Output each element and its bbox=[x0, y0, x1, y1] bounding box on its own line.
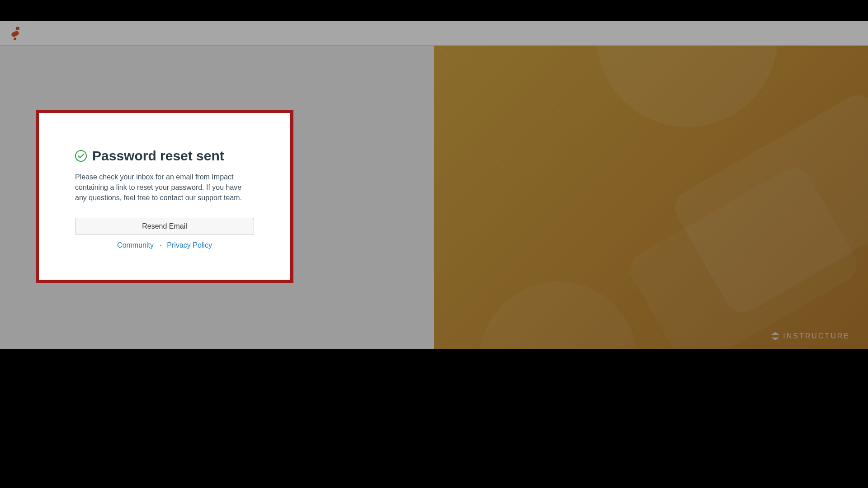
dialog-title: Password reset sent bbox=[92, 148, 224, 164]
password-reset-dialog: Password reset sent Please check your in… bbox=[36, 110, 293, 283]
community-link[interactable]: Community bbox=[117, 241, 154, 249]
app-viewport: INSTRUCTURE Password reset sent Please c… bbox=[0, 21, 868, 349]
footer-links: Community · Privacy Policy bbox=[75, 241, 254, 249]
link-separator: · bbox=[159, 241, 161, 249]
privacy-policy-link[interactable]: Privacy Policy bbox=[167, 241, 212, 249]
dialog-title-row: Password reset sent bbox=[75, 148, 254, 164]
dialog-body-text: Please check your inbox for an email fro… bbox=[75, 172, 254, 203]
resend-email-button[interactable]: Resend Email bbox=[75, 218, 254, 235]
success-check-icon bbox=[75, 150, 87, 162]
